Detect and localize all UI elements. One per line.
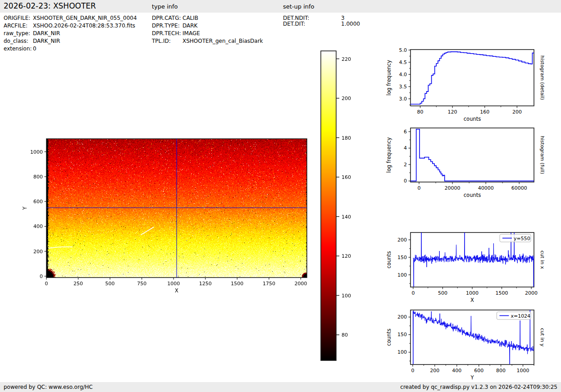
x-tick-label: 0 <box>45 281 48 287</box>
colorbar-tick-label: 140 <box>342 214 351 220</box>
x-tick-label: 2000 <box>525 290 538 296</box>
y-axis-title: log frequency <box>386 137 392 173</box>
colorbar-tick-label: 220 <box>342 56 351 62</box>
right-axis-title: histogram (full) <box>539 136 545 174</box>
legend: x=1024 <box>497 312 531 319</box>
x-tick-label: 500 <box>105 281 115 287</box>
x-tick-label: 1750 <box>263 281 275 287</box>
info-label: ORIGFILE: <box>4 15 30 21</box>
setup-info-row: DET.DIT:1.0000 <box>283 21 305 27</box>
y-axis-title: Y <box>22 206 28 210</box>
info-value: 1.0000 <box>341 21 360 27</box>
info-value: XSHOOTER_gen_cal_BiasDark <box>182 38 263 44</box>
x-tick-label: 60000 <box>511 185 527 191</box>
x-tick-label: 800 <box>496 368 506 374</box>
x-tick-label: 200 <box>512 109 522 115</box>
colorbar-tick-label: 160 <box>342 174 351 180</box>
x-tick-label: 1250 <box>199 281 212 287</box>
x-tick-label: 400 <box>452 368 461 374</box>
colorbar: 80100120140160180200220 <box>321 51 336 360</box>
plot-svg: 02000040000600000246countslog frequencyh… <box>379 117 561 210</box>
y-axis-title: counts <box>386 251 392 268</box>
info-label: TPL.ID: <box>152 38 171 44</box>
info-label: DPR.TECH: <box>152 30 181 36</box>
x-tick-label: 0 <box>411 368 414 374</box>
info-value: XSHOOTER_GEN_DARK_NIR_055_0004 <box>33 15 137 21</box>
x-tick-label: 1000 <box>466 290 479 296</box>
colorbar-tick-label: 80 <box>342 332 348 338</box>
y-tick-label: 600 <box>33 199 43 205</box>
y-tick-label: 3.5 <box>399 84 407 90</box>
info-label: ARCFILE: <box>4 23 27 29</box>
x-tick-label: 250 <box>73 281 83 287</box>
y-tick-label: 100 <box>397 272 407 278</box>
colorbar-tick-label: 200 <box>342 96 351 101</box>
y-tick-label: 200 <box>397 314 407 320</box>
y-tick-label: 800 <box>33 174 43 180</box>
histogram-full-plot: 02000040000600000246countslog frequencyh… <box>410 128 534 182</box>
y-tick-label: 5.0 <box>399 47 407 53</box>
info-value: 3 <box>341 15 345 21</box>
y-axis-title: log frequency <box>386 60 392 96</box>
y-tick-label: 4.5 <box>399 59 407 65</box>
cut-in-y-plot: 02004006008001000100150200Ycountscut in … <box>410 310 534 365</box>
file-info-row: extension:0 <box>4 46 32 52</box>
setup-info-heading: set-up info <box>283 3 315 10</box>
x-tick-label: 0 <box>411 290 415 296</box>
detector-image-plot: 0250500750100012501500175020000200400600… <box>46 139 307 278</box>
x-tick-label: 1500 <box>231 281 243 287</box>
x-tick-label: 200 <box>430 368 439 374</box>
plot-svg: 0250500750100012501500175020000200400600… <box>15 130 318 305</box>
right-axis-title: cut in x <box>539 251 545 269</box>
type-info-row: TPL.ID:XSHOOTER_gen_cal_BiasDark <box>152 38 171 44</box>
type-info-row: DPR.CATG:CALIB <box>152 15 181 21</box>
info-value: 0 <box>33 46 36 52</box>
info-label: DET.NDIT: <box>283 15 309 21</box>
data-series-histogram_full <box>410 129 534 181</box>
x-tick-label: 0 <box>418 185 421 191</box>
right-axis-title: histogram (detail) <box>539 55 545 100</box>
file-info-row: ORIGFILE:XSHOOTER_GEN_DARK_NIR_055_0004 <box>4 15 30 21</box>
y-tick-label: 0 <box>404 178 407 184</box>
info-value: DARK <box>182 23 197 29</box>
colorbar-frame <box>321 51 336 360</box>
legend-label: y=550 <box>514 236 530 242</box>
y-tick-label: 0 <box>40 273 43 279</box>
type-info-row: DPR.TECH:IMAGE <box>152 30 181 36</box>
right-axis-title: cut in y <box>539 328 545 346</box>
info-value: IMAGE <box>182 30 200 36</box>
histogram-detail-plot: 801201602003.03.54.04.55.0countslog freq… <box>410 50 534 106</box>
data-series-histogram_detail <box>410 52 534 104</box>
x-tick-label: 160 <box>480 109 489 115</box>
setup-info-row: DET.NDIT:3 <box>283 15 309 21</box>
info-value: DARK_NIR <box>33 30 60 36</box>
cut-in-x-plot: 0500100015002000100150200Xcountscut in x… <box>410 232 534 287</box>
x-axis-title: Y <box>470 374 474 381</box>
plot-frame <box>410 128 534 182</box>
info-value: XSHOO.2026-02-24T08:28:53.370.fits <box>33 23 135 29</box>
file-info-row: do_class:DARK_NIR <box>4 38 28 44</box>
info-label: DPR.TYPE: <box>152 23 180 29</box>
y-tick-label: 150 <box>397 255 407 260</box>
type-info-heading: type info <box>152 3 178 10</box>
x-axis-title: X <box>175 287 178 294</box>
colorbar-tick-label: 180 <box>342 135 351 141</box>
plot-svg: 02004006008001000100150200Ycountscut in … <box>379 299 561 392</box>
info-label: extension: <box>4 46 32 52</box>
footer-bar: powered by QC: www.eso.org/HC created by… <box>0 382 561 392</box>
colorbar-tick-label: 100 <box>342 293 351 299</box>
y-tick-label: 4.0 <box>399 72 407 77</box>
x-tick-label: 750 <box>137 281 146 287</box>
legend: y=550 <box>500 234 531 242</box>
x-tick-label: 1000 <box>517 368 529 374</box>
x-tick-label: 2000 <box>294 281 307 287</box>
x-tick-label: 500 <box>438 290 447 296</box>
y-tick-label: 6 <box>404 129 407 135</box>
y-tick-label: 200 <box>397 237 407 243</box>
y-tick-label: 400 <box>33 223 43 229</box>
x-tick-label: 80 <box>417 109 423 115</box>
type-info-row: DPR.TYPE:DARK <box>152 23 180 29</box>
y-tick-label: 150 <box>397 332 407 337</box>
file-info-row: raw_type:DARK_NIR <box>4 30 30 36</box>
info-label: raw_type: <box>4 30 30 36</box>
